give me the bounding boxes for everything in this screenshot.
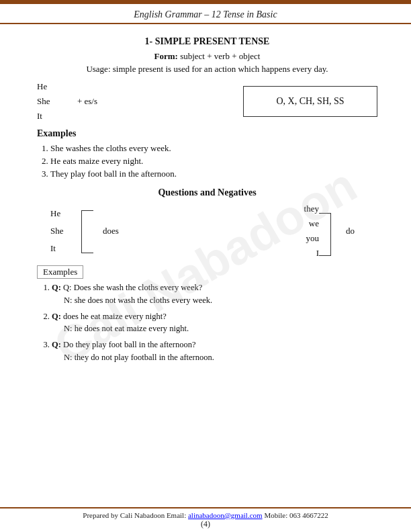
qn-left-pronouns: He She It	[50, 208, 76, 254]
footer: Prepared by Cali Nabadoon Email: alinaba…	[0, 507, 411, 532]
q1-n: N: she does not wash the cloths every we…	[52, 294, 212, 307]
endings-box: O, X, CH, SH, SS	[243, 86, 377, 117]
q3-q: Q:	[52, 340, 63, 349]
examples-title-1: Examples	[37, 128, 377, 139]
pronoun-he: He	[37, 81, 67, 92]
q3-text: Do they play foot ball in the afternoon?	[63, 340, 196, 349]
form-content: subject + verb + object	[180, 51, 260, 61]
suffix-label: + es/s	[67, 96, 107, 107]
qn-we: we	[293, 218, 319, 229]
pronoun-it: It	[37, 111, 67, 122]
examples-section-1: Examples She washes the cloths every wee…	[37, 128, 377, 179]
q2-text: does he eat maize every night?	[63, 312, 167, 321]
qn-they: they	[293, 204, 319, 214]
singular-pronouns: He She It	[37, 81, 67, 122]
examples-section-2: Examples Q: Q: Does she wash the cloths …	[37, 265, 377, 364]
header-title: English Grammar – 12 Tense in Basic	[134, 9, 277, 19]
main-content: 1- SIMPLE PRESENT TENSE Form: subject + …	[0, 24, 411, 374]
q2-n: N: he does not eat maize every night.	[52, 322, 189, 335]
does-label: does	[93, 226, 128, 236]
q2-q: Q:	[52, 312, 63, 321]
footer-text: Prepared by Cali Nabadoon Email: alinaba…	[34, 511, 377, 519]
form-label: Form:	[154, 51, 178, 61]
qn-it: It	[50, 243, 76, 254]
pronouns-box-row: He She It + es/s O, X, CH, SH, SS	[37, 81, 377, 122]
examples-title-2: Examples	[37, 265, 83, 279]
page-header: English Grammar – 12 Tense in Basic	[0, 4, 411, 24]
qa-item-3: Q: Do they play foot ball in the afterno…	[52, 339, 377, 364]
pronoun-she: She	[37, 96, 67, 107]
section-title: 1- SIMPLE PRESENT TENSE	[37, 36, 377, 47]
qn-title: Questions and Negatives	[37, 187, 377, 198]
example-1-1: She washes the cloths every week.	[50, 143, 377, 154]
form-line: Form: subject + verb + object	[37, 51, 377, 62]
footer-prepared: Prepared by Cali Nabadoon Email:	[83, 511, 188, 519]
left-bracket	[81, 210, 93, 253]
q1-q: Q:	[52, 283, 63, 292]
qn-right-pronouns: they we you I	[293, 204, 319, 259]
qa-item-2: Q: does he eat maize every night? N: he …	[52, 310, 377, 336]
q3-n: N: they do not play football in the afte…	[52, 351, 214, 364]
usage-line: Usage: simple present is used for an act…	[37, 64, 377, 75]
footer-mobile: Mobile: 063 4667222	[263, 511, 328, 519]
q1-text: Q: Does she wash the cloths every week?	[63, 283, 202, 292]
qn-i: I	[293, 248, 319, 259]
footer-email[interactable]: alinabadoon@gmail.com	[188, 511, 263, 519]
qa-item-1: Q: Q: Does she wash the cloths every wee…	[52, 281, 377, 307]
qn-he: He	[50, 208, 76, 219]
examples-list-1: She washes the cloths every week. He eat…	[37, 143, 377, 179]
plus-suffix: + es/s	[77, 96, 97, 107]
do-label: do	[336, 226, 364, 236]
right-bracket	[319, 213, 331, 256]
example-1-3: They play foot ball in the afternoon.	[50, 169, 377, 179]
qa-list: Q: Q: Does she wash the cloths every wee…	[37, 281, 377, 364]
qn-she: She	[50, 226, 76, 236]
example-1-2: He eats maize every night.	[50, 156, 377, 167]
qn-diagram: He She It does they we you I do	[37, 204, 377, 259]
qn-you: you	[293, 233, 319, 244]
footer-page: (4)	[34, 519, 377, 529]
